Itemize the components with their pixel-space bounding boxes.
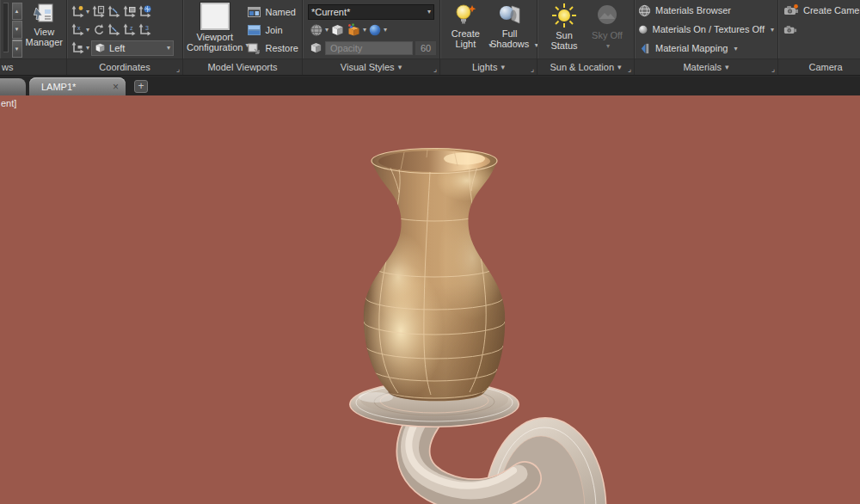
visual-style-combo[interactable]: *Current* ▾ bbox=[308, 4, 434, 20]
sun-location-panel-label[interactable]: Sun & Location bbox=[550, 62, 614, 72]
opacity-value[interactable]: 60 bbox=[415, 41, 436, 55]
gallery-up-button[interactable]: ▲ bbox=[12, 3, 22, 20]
ribbon: ▲ ▼ ▼ View Manager ws bbox=[0, 0, 860, 76]
ucs-corner-button[interactable]: ▾ bbox=[71, 40, 89, 57]
lights-dialog-launcher[interactable]: ⌟ bbox=[531, 65, 534, 73]
create-light-label: Create Light bbox=[445, 28, 486, 49]
ucs-zaxis-button[interactable]: z bbox=[122, 22, 136, 39]
lights-flyout-arrow-icon[interactable]: ▾ bbox=[501, 63, 505, 71]
lights-panel-label[interactable]: Lights bbox=[472, 62, 497, 72]
material-mapping-icon bbox=[638, 42, 651, 55]
materials-textures-toggle-label: Materials On / Textures Off bbox=[653, 24, 765, 34]
edge-color-cube-icon bbox=[347, 23, 361, 37]
join-viewport-button[interactable]: Join bbox=[248, 22, 298, 39]
new-tab-button[interactable]: + bbox=[134, 80, 148, 93]
coordinates-dialog-launcher[interactable]: ⌟ bbox=[176, 65, 180, 73]
viewport-corner-text[interactable]: ent] bbox=[1, 98, 16, 108]
named-ucs-button[interactable] bbox=[91, 3, 105, 21]
ucs-previous-icon bbox=[107, 5, 120, 19]
material-mapping-arrow-icon[interactable]: ▾ bbox=[734, 45, 737, 52]
visual-style-combo-value: *Current* bbox=[311, 7, 350, 17]
visual-styles-flyout-arrow-icon[interactable]: ▾ bbox=[398, 63, 402, 71]
ucs-icon bbox=[71, 5, 84, 19]
materials-flyout-arrow-icon[interactable]: ▾ bbox=[725, 63, 729, 71]
materials-textures-toggle-button[interactable]: Materials On / Textures Off ▾ bbox=[638, 21, 774, 38]
svg-text:z: z bbox=[130, 24, 133, 30]
ucs-zaxis-icon: z bbox=[122, 23, 136, 37]
visual-style-combo-arrow-icon[interactable]: ▾ bbox=[427, 8, 431, 15]
panel-views: ▲ ▼ ▼ View Manager ws bbox=[0, 0, 67, 75]
viewport-configuration-button[interactable]: Viewport Configuration ▾ bbox=[187, 3, 243, 58]
materials-dialog-launcher[interactable]: ⌟ bbox=[771, 65, 775, 73]
viewport-canvas[interactable]: ent] bbox=[0, 95, 860, 504]
named-ucs-combo-arrow-icon[interactable]: ▾ bbox=[167, 44, 170, 52]
xray-mode-button[interactable] bbox=[310, 40, 322, 57]
create-light-icon bbox=[453, 3, 477, 27]
visual-styles-panel-label[interactable]: Visual Styles bbox=[341, 62, 395, 72]
materials-panel-label[interactable]: Materials bbox=[683, 62, 722, 72]
view-manager-label: View Manager bbox=[26, 27, 63, 47]
panel-coordinates: ▾ x bbox=[67, 0, 183, 75]
sky-off-arrow-icon[interactable]: ▾ bbox=[606, 41, 610, 52]
ucs-world-button[interactable] bbox=[138, 3, 151, 21]
ucs-dropdown-arrow-icon[interactable]: ▾ bbox=[86, 8, 89, 15]
material-mapping-button[interactable]: Material Mapping ▾ bbox=[638, 40, 774, 57]
sky-off-icon bbox=[594, 3, 620, 28]
sky-off-button[interactable]: Sky Off ▾ bbox=[587, 3, 627, 58]
gallery-expand-button[interactable]: ▼ bbox=[12, 40, 22, 58]
ucs-restore-icon bbox=[91, 23, 105, 37]
named-viewport-button[interactable]: Named bbox=[248, 3, 298, 21]
3d-scene bbox=[0, 95, 860, 504]
view-gallery-stub[interactable] bbox=[3, 3, 9, 52]
create-camera-icon bbox=[783, 4, 799, 16]
ucs-x-dropdown-arrow-icon[interactable]: ▾ bbox=[86, 26, 89, 34]
ucs-corner-dropdown-arrow-icon[interactable]: ▾ bbox=[86, 44, 89, 52]
ucs-button[interactable]: ▾ bbox=[71, 3, 89, 21]
ucs-previous-button[interactable] bbox=[107, 3, 120, 21]
spinner-down-icon: ▼ bbox=[15, 27, 20, 32]
show-cameras-button[interactable] bbox=[783, 21, 860, 38]
ucs-view-button[interactable] bbox=[122, 3, 136, 21]
ucs-x-button[interactable]: x ▾ bbox=[71, 22, 89, 39]
edge-color-button[interactable]: ▾ bbox=[347, 22, 366, 39]
full-shadows-button[interactable]: Full Shadows ▾ bbox=[488, 3, 532, 58]
ucs-origin-button[interactable] bbox=[107, 22, 120, 39]
materials-browser-button[interactable]: Materials Browser bbox=[638, 2, 774, 19]
view-gallery-spinner: ▲ ▼ ▼ bbox=[12, 3, 22, 58]
sun-location-dialog-launcher[interactable]: ⌟ bbox=[628, 65, 631, 73]
viewport-configuration-arrow-icon[interactable]: ▾ bbox=[245, 40, 249, 51]
view-manager-button[interactable]: View Manager bbox=[26, 3, 63, 58]
wireframe-style-button[interactable]: ▾ bbox=[310, 22, 329, 39]
face-style-button[interactable] bbox=[330, 22, 345, 39]
ucs-3point-button[interactable]: 3 bbox=[138, 22, 151, 39]
create-light-button[interactable]: Create Light ▾ bbox=[445, 3, 486, 58]
coordinates-panel-label: Coordinates bbox=[99, 62, 150, 72]
ucs-restore-button[interactable] bbox=[91, 22, 105, 39]
restore-viewport-button[interactable]: Restore bbox=[248, 40, 298, 57]
ucs-corner-icon bbox=[71, 41, 84, 55]
sun-location-flyout-arrow-icon[interactable]: ▾ bbox=[617, 63, 622, 71]
sun-status-button[interactable]: Sun Status bbox=[544, 3, 584, 58]
tab-partial[interactable] bbox=[0, 78, 26, 95]
gallery-down-button[interactable]: ▼ bbox=[12, 21, 22, 38]
tab-lamp1[interactable]: LAMP1* × bbox=[29, 77, 126, 95]
visual-styles-dialog-launcher[interactable]: ⌟ bbox=[433, 65, 437, 73]
shadow-display-arrow-icon[interactable]: ▾ bbox=[384, 26, 387, 34]
named-ucs-combo[interactable]: Left ▾ bbox=[91, 40, 174, 56]
create-camera-label: Create Camera bbox=[803, 5, 860, 15]
shadow-display-button[interactable]: ▾ bbox=[368, 22, 387, 39]
ucs-view-icon bbox=[122, 5, 136, 19]
materials-textures-arrow-icon[interactable]: ▾ bbox=[771, 26, 774, 34]
wireframe-style-arrow-icon[interactable]: ▾ bbox=[325, 26, 329, 34]
full-shadows-icon bbox=[497, 3, 523, 27]
camera-icon bbox=[783, 24, 797, 35]
tab-close-icon[interactable]: × bbox=[113, 82, 119, 92]
panel-camera: Create Camera Camera bbox=[778, 0, 860, 75]
face-style-icon bbox=[330, 23, 345, 37]
create-camera-button[interactable]: Create Camera bbox=[783, 2, 860, 19]
opacity-slider[interactable]: Opacity bbox=[325, 41, 413, 55]
sky-off-label: Sky Off bbox=[592, 30, 623, 40]
edge-color-arrow-icon[interactable]: ▾ bbox=[363, 26, 366, 34]
named-ucs-icon bbox=[91, 5, 105, 19]
panel-model-viewports: Viewport Configuration ▾ Named bbox=[183, 0, 303, 75]
